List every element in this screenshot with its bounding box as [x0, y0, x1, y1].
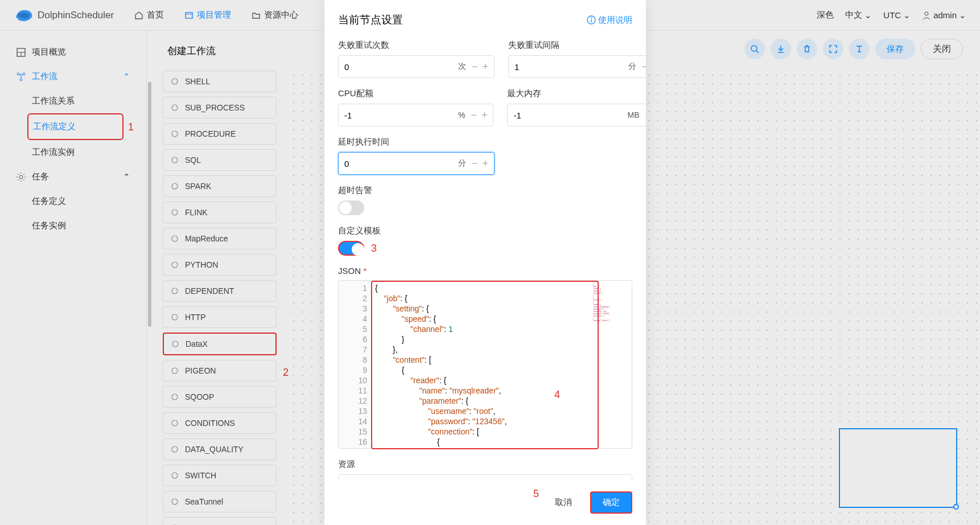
svg-point-8 [20, 79, 22, 81]
cpu-quota-field[interactable] [344, 110, 452, 120]
palette-item-shell[interactable]: SHELL [163, 71, 277, 92]
task-type-icon [170, 208, 179, 217]
svg-point-28 [751, 46, 757, 51]
plus-icon[interactable]: + [483, 61, 489, 73]
minus-icon[interactable]: − [472, 158, 478, 170]
svg-point-26 [172, 499, 178, 505]
chevron-down-icon: ⌄ [959, 10, 966, 20]
minus-icon[interactable]: − [472, 61, 478, 73]
svg-point-16 [172, 236, 178, 241]
max-memory-input[interactable]: MB −+ [507, 104, 646, 126]
json-editor[interactable]: 1234567891011121314151617 { "job": { "se… [338, 280, 632, 449]
resource-select[interactable]: 请选择资源 [338, 474, 632, 480]
delay-input[interactable]: 分 −+ [338, 152, 495, 175]
palette-item-procedure[interactable]: PROCEDURE [163, 123, 277, 145]
side-workflow-instance[interactable]: 工作流实例 [0, 140, 146, 165]
palette-item-dependent[interactable]: DEPENDENT [163, 280, 277, 302]
palette-item-data_quality[interactable]: DATA_QUALITY [163, 438, 277, 460]
code-minimap[interactable]: { "job": { "setting": { "speed": { "chan… [591, 281, 632, 448]
tz-select[interactable]: UTC ⌄ [883, 10, 911, 20]
fullscreen-button[interactable] [823, 39, 843, 59]
plus-icon[interactable]: + [483, 158, 489, 170]
user-menu[interactable]: admin ⌄ [922, 10, 966, 20]
side-task-definition[interactable]: 任务定义 [0, 189, 146, 214]
confirm-button[interactable]: 确定 [590, 491, 632, 514]
help-link[interactable]: 使用说明 [587, 15, 632, 26]
minimap[interactable] [839, 428, 957, 508]
minus-icon[interactable]: − [642, 61, 646, 73]
delay-field[interactable] [344, 159, 452, 169]
side-workflow[interactable]: 工作流 ⌃ [0, 64, 146, 89]
palette-item-python[interactable]: PYTHON [163, 254, 277, 276]
chevron-up-icon: ⌃ [123, 172, 130, 182]
annotation-1: 1 [128, 121, 134, 133]
palette-item-amazonemr[interactable]: AmazonEMR [163, 517, 277, 525]
retry-times-input[interactable]: 次 −+ [338, 55, 495, 78]
task-palette: SHELLSUB_PROCESSPROCEDURESQLSPARKFLINKMa… [163, 71, 277, 525]
task-type-icon [171, 339, 180, 348]
task-type-icon [170, 234, 179, 243]
retry-interval-input[interactable]: 分 −+ [508, 55, 646, 78]
svg-point-9 [19, 175, 23, 179]
palette-item-mapreduce[interactable]: MapReduce [163, 228, 277, 249]
minus-icon[interactable]: − [471, 109, 477, 121]
svg-point-19 [172, 314, 178, 320]
palette-item-switch[interactable]: SWITCH [163, 465, 277, 486]
side-task-instance[interactable]: 任务实例 [0, 214, 146, 238]
nav-home[interactable]: 首页 [134, 10, 164, 20]
delete-button[interactable] [797, 39, 817, 59]
chevron-down-icon: ⌄ [864, 10, 872, 20]
save-button[interactable]: 保存 [875, 39, 915, 59]
palette-item-seatunnel[interactable]: SeaTunnel [163, 491, 277, 512]
palette-item-spark[interactable]: SPARK [163, 175, 277, 197]
task-type-icon [170, 260, 179, 269]
palette-item-flink[interactable]: FLINK [163, 202, 277, 223]
palette-item-pigeon[interactable]: PIGEON [163, 360, 277, 382]
palette-item-sqoop[interactable]: SQOOP [163, 386, 277, 408]
svg-point-11 [172, 105, 178, 110]
lang-select[interactable]: 中文 ⌄ [845, 10, 872, 20]
annotation-5: 5 [533, 488, 539, 500]
task-type-icon [170, 471, 179, 480]
annotation-4: 4 [554, 389, 560, 401]
palette-item-datax[interactable]: DataX [163, 333, 277, 355]
project-icon [184, 11, 193, 20]
palette-item-sql[interactable]: SQL [163, 149, 277, 171]
retry-interval-field[interactable] [514, 62, 623, 72]
close-button[interactable]: 关闭 [921, 39, 963, 59]
user-icon [922, 11, 931, 20]
dolphin-icon [14, 7, 34, 24]
svg-point-18 [172, 288, 178, 294]
retry-times-field[interactable] [344, 62, 452, 72]
side-workflow-relation[interactable]: 工作流关系 [0, 89, 146, 113]
palette-item-sub_process[interactable]: SUB_PROCESS [163, 97, 277, 118]
search-button[interactable] [744, 39, 765, 59]
svg-point-17 [172, 262, 178, 268]
side-task[interactable]: 任务 ⌃ [0, 165, 146, 189]
minus-icon[interactable]: − [645, 109, 646, 121]
download-button[interactable] [771, 39, 791, 59]
palette-item-http[interactable]: HTTP [163, 306, 277, 328]
timeout-alarm-toggle[interactable] [338, 200, 364, 215]
label-json: JSON [338, 266, 632, 276]
cpu-quota-input[interactable]: % −+ [338, 104, 493, 126]
minimap-resize-handle[interactable] [953, 504, 959, 510]
code-body[interactable]: { "job": { "setting": { "speed": { "chan… [372, 281, 591, 448]
custom-template-toggle[interactable] [338, 241, 364, 256]
theme-switch[interactable]: 深色 [817, 10, 834, 20]
side-workflow-definition[interactable]: 工作流定义 [27, 113, 123, 140]
cancel-button[interactable]: 取消 [543, 493, 583, 512]
svg-point-32 [591, 18, 592, 19]
nav-resource[interactable]: 资源中心 [252, 10, 298, 20]
modal-title: 当前节点设置 [338, 13, 587, 27]
palette-item-conditions[interactable]: CONDITIONS [163, 412, 277, 434]
app-logo[interactable]: DolphinScheduler [14, 7, 114, 24]
format-button[interactable] [849, 39, 870, 59]
nav-project[interactable]: 项目管理 [184, 10, 231, 20]
side-overview[interactable]: 项目概览 [0, 40, 146, 64]
plus-icon[interactable]: + [481, 109, 488, 121]
svg-rect-0 [186, 13, 192, 18]
scrollbar[interactable] [148, 82, 151, 327]
task-type-icon [170, 286, 179, 296]
max-memory-field[interactable] [513, 110, 621, 120]
